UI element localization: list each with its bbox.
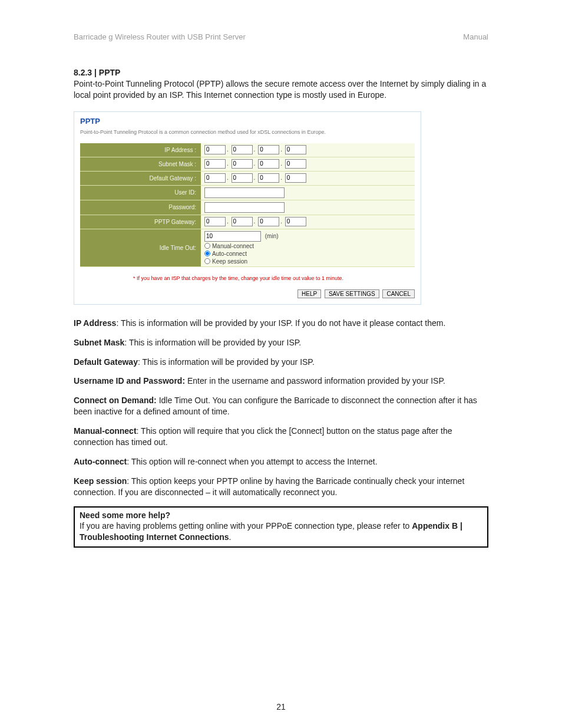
radio-auto-connect[interactable] — [204, 251, 210, 256]
help-box-tail: . — [229, 532, 232, 542]
field-description: Username ID and Password: Enter in the u… — [74, 375, 488, 387]
ip-address-octet-4[interactable] — [285, 145, 306, 154]
field-description-text: This is information will be provided by … — [142, 357, 314, 367]
idle-time-input[interactable] — [204, 231, 261, 242]
row-pptp-gateway: PPTP Gateway: . . . — [80, 215, 415, 229]
field-description-term: IP Address — [74, 318, 116, 328]
idle-time-warning: * If you have an ISP that charges by the… — [133, 275, 415, 281]
radio-keep-session[interactable] — [204, 258, 210, 264]
label-ip-address: IP Address : — [80, 143, 201, 157]
label-user-id: User ID: — [80, 186, 201, 200]
product-title: Barricade g Wireless Router with USB Pri… — [74, 32, 246, 41]
default-gateway-octet-3[interactable] — [258, 173, 279, 183]
field-description-term: Auto-connect — [74, 457, 127, 466]
field-description-text: Enter in the username and password infor… — [187, 376, 445, 386]
subnet-mask-octet-3[interactable] — [258, 159, 279, 169]
page-number: 21 — [0, 702, 562, 711]
radio-manual-connect-label: Manual-connect — [212, 243, 254, 249]
field-description-text: This is information will be provided by … — [129, 338, 301, 347]
field-description: Subnet Mask: This is information will be… — [74, 337, 488, 348]
row-subnet-mask: Subnet Mask : . . . — [80, 157, 415, 172]
row-default-gateway: Default Gateway : . . . — [80, 172, 415, 186]
field-description-term: Keep session — [74, 476, 127, 486]
label-subnet-mask: Subnet Mask : — [80, 157, 201, 171]
ip-address-octet-1[interactable] — [204, 145, 226, 154]
row-user-id: User ID: — [80, 186, 415, 200]
default-gateway-octet-1[interactable] — [204, 173, 226, 183]
help-callout-box: Need some more help? If you are having p… — [74, 506, 488, 548]
doc-label: Manual — [463, 32, 488, 41]
cancel-button[interactable]: CANCEL — [382, 289, 415, 298]
field-description: Default Gateway: This is information wil… — [74, 357, 488, 368]
field-description-term: Manual-connect — [74, 426, 137, 436]
pptp-gateway-octet-4[interactable] — [285, 217, 306, 226]
help-box-title: Need some more help? — [80, 510, 170, 520]
label-password: Password: — [80, 200, 201, 215]
help-button[interactable]: HELP — [297, 289, 321, 298]
ip-address-octet-2[interactable] — [232, 145, 253, 154]
field-description-text: This option keeps your PPTP online by ha… — [74, 476, 464, 497]
row-idle-timeout: Idle Time Out: (min) Manual-connect Auto… — [80, 229, 415, 267]
field-description: Auto-connect: This option will re-connec… — [74, 456, 488, 467]
section-heading: 8.2.3 | PPTP — [74, 68, 488, 77]
subnet-mask-octet-2[interactable] — [232, 159, 253, 169]
radio-keep-session-label: Keep session — [212, 258, 247, 265]
label-idle-timeout: Idle Time Out: — [80, 229, 201, 266]
field-description: Connect on Demand: Idle Time Out. You ca… — [74, 395, 488, 417]
user-id-input[interactable] — [204, 187, 285, 198]
pptp-gateway-octet-3[interactable] — [258, 217, 279, 226]
pptp-gateway-octet-2[interactable] — [232, 217, 253, 226]
label-pptp-gateway: PPTP Gateway: — [80, 215, 201, 229]
radio-auto-connect-label: Auto-connect — [212, 251, 247, 257]
field-description-term: Username ID and Password: — [74, 376, 185, 386]
radio-manual-connect[interactable] — [204, 243, 210, 249]
field-description: Manual-connect: This option will require… — [74, 426, 488, 448]
pptp-gateway-octet-1[interactable] — [204, 217, 226, 226]
ip-address-octet-3[interactable] — [258, 145, 279, 154]
row-ip-address: IP Address : . . . — [80, 143, 415, 157]
field-description-term: Connect on Demand: — [74, 396, 157, 405]
panel-subtitle: Point-to-Point Tunneling Protocol is a c… — [80, 129, 415, 135]
password-input[interactable] — [204, 202, 285, 213]
default-gateway-octet-4[interactable] — [285, 173, 306, 183]
subnet-mask-octet-4[interactable] — [285, 159, 306, 169]
field-description-term: Default Gateway — [74, 357, 138, 367]
section-intro: Point-to-Point Tunneling Protocol (PPTP)… — [74, 78, 488, 101]
field-description: IP Address: This is information will be … — [74, 318, 488, 329]
pptp-config-panel: PPTP Point-to-Point Tunneling Protocol i… — [74, 111, 421, 305]
field-description-text: This is information will be provided by … — [121, 318, 445, 328]
field-description: Keep session: This option keeps your PPT… — [74, 476, 488, 498]
field-description-text: This option will re-connect when you att… — [131, 457, 378, 466]
field-description-term: Subnet Mask — [74, 338, 124, 347]
panel-title: PPTP — [80, 117, 415, 126]
default-gateway-octet-2[interactable] — [232, 173, 253, 183]
row-password: Password: — [80, 200, 415, 215]
subnet-mask-octet-1[interactable] — [204, 159, 226, 169]
idle-time-unit: (min) — [265, 233, 279, 239]
label-default-gateway: Default Gateway : — [80, 172, 201, 185]
save-settings-button[interactable]: SAVE SETTINGS — [325, 289, 379, 298]
help-box-body: If you are having problems getting onlin… — [80, 521, 412, 531]
